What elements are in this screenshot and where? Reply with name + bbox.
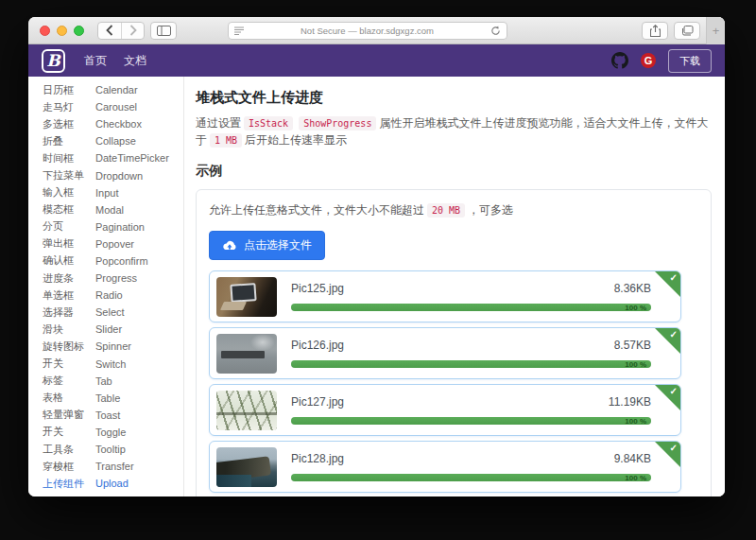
sidebar-item[interactable]: 工具条 Tooltip: [43, 441, 183, 458]
minimize-window-button[interactable]: [57, 26, 67, 36]
share-icon: [650, 25, 661, 37]
page-title: 堆栈式文件上传进度: [196, 89, 712, 107]
file-meta: Pic125.jpg 8.36KB 100 %: [291, 282, 651, 311]
sidebar-item-label-en: Select: [95, 306, 125, 318]
sidebar-item-label-en: Modal: [95, 204, 124, 216]
address-text: Not Secure — blazor.sdgxgz.com: [244, 26, 490, 36]
file-thumbnail: [216, 391, 277, 430]
sidebar-item-label-en: Tooltip: [95, 444, 126, 455]
sidebar-item[interactable]: 走马灯 Carousel: [43, 98, 183, 115]
sidebar-item-label-zh: 多选框: [43, 117, 95, 131]
select-files-label: 点击选择文件: [244, 237, 312, 253]
sidebar-item-label-en: Collapse: [95, 135, 136, 147]
nav-home-link[interactable]: 首页: [84, 53, 107, 69]
file-name: Pic125.jpg: [291, 282, 344, 295]
page-body: 日历框 Calendar 走马灯 Carousel 多选框 Checkbox 折…: [28, 77, 725, 496]
new-tab-button[interactable]: +: [706, 17, 725, 44]
share-button[interactable]: [642, 22, 668, 40]
sidebar-item[interactable]: 开关 Switch: [43, 356, 183, 373]
sidebar-item[interactable]: 上传组件 Upload: [43, 475, 183, 492]
file-thumbnail: [216, 277, 277, 317]
sidebar-toggle-button[interactable]: [150, 22, 177, 40]
tab-overview-icon: [681, 26, 694, 36]
sidebar-item-label-en: Carousel: [95, 101, 137, 113]
sidebar-item-label-zh: 开关: [43, 357, 95, 371]
sidebar-item-label-zh: 单选框: [43, 288, 95, 303]
sidebar: 日历框 Calendar 走马灯 Carousel 多选框 Checkbox 折…: [28, 77, 184, 496]
sidebar-item[interactable]: 选择器 Select: [43, 304, 183, 321]
sidebar-item[interactable]: 下拉菜单 Dropdown: [43, 166, 183, 183]
upload-item[interactable]: Pic126.jpg 8.57KB 100 % ✓: [209, 327, 681, 379]
code-tag-showprogress: ShowProgress: [299, 116, 376, 131]
github-icon[interactable]: [611, 52, 628, 69]
example-body: 允许上传任意格式文件，文件大小不能超过20 MB，可多选 点击选择文件 Pic1…: [197, 190, 711, 496]
sidebar-item-label-zh: 走马灯: [43, 100, 95, 114]
sidebar-item-label-zh: 日历框: [43, 83, 95, 97]
upload-item[interactable]: Pic128.jpg 9.84KB 100 % ✓: [209, 441, 681, 493]
sidebar-item[interactable]: 表格 Table: [43, 390, 183, 407]
sidebar-item[interactable]: 开关 Toggle: [43, 424, 183, 441]
reader-icon: [234, 26, 244, 35]
code-tag-isstack: IsStack: [244, 116, 293, 131]
sidebar-item-label-en: Table: [95, 392, 120, 404]
sidebar-item[interactable]: 轻量弹窗 Toast: [43, 407, 183, 424]
browser-window: Not Secure — blazor.sdgxgz.com + B 首页 文档…: [28, 17, 725, 496]
forward-icon: [129, 25, 137, 36]
gitee-icon[interactable]: G: [641, 53, 656, 68]
nav-docs-link[interactable]: 文档: [124, 53, 146, 69]
progress-percent: 100 %: [625, 474, 646, 482]
file-meta: Pic127.jpg 11.19KB 100 %: [291, 395, 651, 425]
back-button[interactable]: [98, 23, 121, 39]
upload-file-list: Pic125.jpg 8.36KB 100 % ✓: [209, 270, 696, 493]
file-size: 11.19KB: [609, 395, 651, 409]
file-meta: Pic128.jpg 9.84KB 100 %: [291, 452, 651, 481]
refresh-icon[interactable]: [490, 26, 501, 36]
sidebar-item[interactable]: 单选框 Radio: [43, 287, 183, 304]
sidebar-item-label-en: Dropdown: [95, 170, 143, 182]
download-button[interactable]: 下载: [668, 49, 712, 73]
sidebar-item-label-zh: 模态框: [43, 202, 95, 217]
site-logo[interactable]: B: [42, 49, 65, 73]
sidebar-item-label-zh: 进度条: [43, 271, 95, 286]
sidebar-item[interactable]: 输入框 Input: [43, 184, 183, 201]
sidebar-item[interactable]: 多选框 Checkbox: [43, 115, 183, 132]
check-icon: ✓: [670, 443, 678, 453]
file-name: Pic128.jpg: [291, 452, 344, 465]
check-icon: ✓: [670, 386, 678, 396]
sidebar-item[interactable]: 模态框 Modal: [43, 201, 183, 218]
sidebar-item[interactable]: 滑块 Slider: [43, 321, 183, 338]
sidebar-item[interactable]: 确认框 Popconfirm: [43, 253, 183, 270]
sidebar-item[interactable]: 分页 Pagination: [43, 218, 183, 235]
sidebar-item[interactable]: 标签 Tab: [43, 373, 183, 390]
sidebar-item-label-en: DateTimePicker: [95, 152, 169, 164]
sidebar-item-label-en: Progress: [95, 272, 137, 284]
close-window-button[interactable]: [40, 26, 50, 36]
sidebar-item-label-en: Slider: [95, 323, 122, 335]
sidebar-item[interactable]: 旋转图标 Spinner: [43, 338, 183, 355]
progress-fill: [291, 417, 651, 425]
forward-button[interactable]: [121, 23, 144, 39]
file-meta: Pic126.jpg 8.57KB 100 %: [291, 339, 651, 368]
file-size: 8.57KB: [614, 339, 651, 352]
sidebar-item[interactable]: 穿梭框 Transfer: [43, 458, 183, 475]
sidebar-item[interactable]: 时间框 DateTimePicker: [43, 149, 183, 166]
select-files-button[interactable]: 点击选择文件: [209, 231, 325, 260]
address-bar[interactable]: Not Secure — blazor.sdgxgz.com: [228, 22, 507, 40]
progress-bar: 100 %: [291, 360, 651, 368]
file-thumbnail: [216, 334, 277, 374]
sidebar-item-label-zh: 弹出框: [43, 236, 95, 251]
tab-overview-button[interactable]: [674, 22, 700, 40]
upload-item[interactable]: Pic127.jpg 11.19KB 100 % ✓: [209, 384, 681, 436]
sidebar-item[interactable]: 进度条 Progress: [43, 270, 183, 287]
desc-text: 后开始上传速率显示: [245, 133, 347, 147]
sidebar-item-label-en: Transfer: [95, 461, 134, 472]
sidebar-item[interactable]: 折叠 Collapse: [43, 132, 183, 149]
check-icon: ✓: [670, 329, 678, 340]
sidebar-item-label-en: Popover: [95, 238, 134, 250]
zoom-window-button[interactable]: [74, 26, 84, 36]
upload-item[interactable]: Pic125.jpg 8.36KB 100 % ✓: [209, 270, 681, 322]
sidebar-item[interactable]: 日历框 Calendar: [43, 81, 183, 98]
sidebar-item-label-zh: 工具条: [43, 443, 95, 457]
nav-buttons: [97, 22, 145, 40]
sidebar-item[interactable]: 弹出框 Popover: [43, 235, 183, 253]
